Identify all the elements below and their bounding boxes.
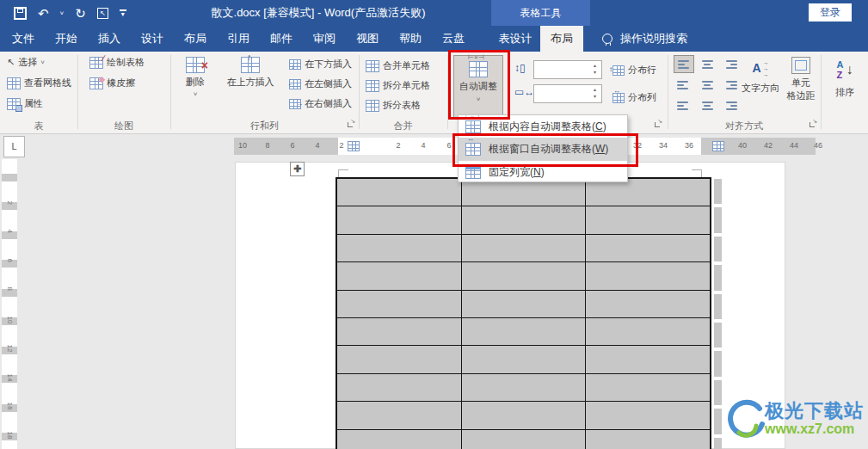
properties-button[interactable]: 属性 [7, 97, 43, 110]
distribute-rows-button[interactable]: ↕ 分布行 [613, 64, 656, 77]
align-top-center-button[interactable] [697, 55, 717, 73]
menu-item-fixed-column-width[interactable]: 固定列宽(N) [459, 161, 627, 183]
table-row[interactable] [337, 235, 710, 262]
text-direction-button[interactable]: A→→→ 文字方向 [740, 57, 781, 95]
undo-chevron-icon[interactable]: ˅ [60, 9, 65, 17]
tab-clouddrive[interactable]: 云盘 [432, 26, 475, 52]
table-cell[interactable] [586, 235, 710, 261]
tab-file[interactable]: 文件 [2, 26, 45, 52]
split-table-button[interactable]: 拆分表格 [366, 99, 421, 112]
table-cell[interactable] [337, 346, 462, 372]
table-cell[interactable] [337, 206, 462, 233]
table-move-handle[interactable]: ✚ [290, 162, 305, 176]
align-top-left-button[interactable] [674, 55, 694, 73]
table-cell[interactable] [337, 318, 462, 345]
ruler-table-marker-icon[interactable] [712, 141, 724, 151]
table-row[interactable] [337, 402, 710, 429]
save-icon[interactable] [14, 7, 27, 20]
eraser-button[interactable]: ◆ 橡皮擦 [89, 77, 135, 89]
vertical-ruler[interactable]: 2 4 6 8 10 12 14 16 18 [2, 159, 17, 449]
tab-mailings[interactable]: 邮件 [260, 26, 303, 52]
insert-right-button[interactable]: → 在右侧插入 [289, 97, 352, 110]
autofit-button[interactable]: ⊢×⊣ 自动调整 ˅ [453, 55, 503, 119]
table-cell[interactable] [337, 374, 462, 401]
align-bottom-left-button[interactable] [674, 96, 694, 114]
table-cell[interactable] [462, 262, 587, 289]
delete-button[interactable]: × 删除 ˅ [176, 57, 214, 98]
align-bottom-center-button[interactable] [697, 96, 717, 114]
table-cell[interactable] [462, 430, 587, 449]
table-cell[interactable] [462, 402, 587, 428]
ruler-table-marker-icon[interactable] [348, 141, 360, 151]
table-row[interactable] [337, 291, 710, 318]
table-row[interactable] [337, 318, 710, 346]
tab-home[interactable]: 开始 [45, 26, 88, 52]
split-cells-button[interactable]: 拆分单元格 [366, 79, 430, 92]
sign-in-button[interactable]: 登录 [809, 3, 852, 22]
select-button[interactable]: ↖ 选择 ˅ [7, 56, 45, 69]
table-cell[interactable] [337, 235, 462, 261]
insert-above-button[interactable]: ↑ 在上方插入 [217, 57, 284, 89]
sort-button[interactable]: AZ↓ 排序 [826, 56, 864, 99]
tab-help[interactable]: 帮助 [389, 26, 432, 52]
view-gridlines-button[interactable]: 查看网格线 [7, 77, 71, 89]
table-row[interactable] [337, 262, 710, 290]
tab-references[interactable]: 引用 [217, 26, 260, 52]
column-width-spinner[interactable]: ▴▾ [533, 84, 602, 103]
menu-item-autofit-contents[interactable]: ⊢×⊣ 根据内容自动调整表格(C) [459, 115, 627, 138]
table-row[interactable] [337, 206, 710, 234]
undo-icon[interactable]: ↶ [38, 7, 49, 20]
table-cell[interactable] [586, 291, 710, 317]
table-cell[interactable] [337, 402, 462, 428]
table-cell[interactable] [462, 346, 587, 372]
table-row[interactable] [337, 374, 710, 402]
table-cell[interactable] [337, 291, 462, 317]
table-cell[interactable] [337, 430, 462, 449]
draw-table-button[interactable]: ∕ 绘制表格 [89, 56, 145, 69]
align-top-right-button[interactable] [720, 55, 741, 73]
spinner-arrows-icon[interactable]: ▴▾ [589, 85, 600, 101]
align-center-right-button[interactable] [720, 76, 741, 94]
horizontal-ruler[interactable]: 10 8 6 4 2 2 4 6 32 34 36 40 42 44 46 [0, 138, 868, 155]
table-cell[interactable] [586, 374, 710, 401]
insert-below-button[interactable]: ↓ 在下方插入 [289, 58, 352, 71]
table-cell[interactable] [462, 235, 587, 261]
customize-qat-icon[interactable]: ▾ [120, 9, 126, 16]
tab-review[interactable]: 审阅 [303, 26, 346, 52]
merge-cells-button[interactable]: 合并单元格 [366, 59, 430, 72]
column-width-input[interactable] [536, 86, 591, 101]
row-height-input[interactable] [536, 62, 591, 77]
redo-icon[interactable]: ↻ [75, 7, 86, 20]
table-cell[interactable] [337, 262, 462, 289]
table-cell[interactable] [586, 346, 710, 372]
document-table[interactable] [336, 177, 711, 449]
table-cell[interactable] [586, 318, 710, 345]
align-bottom-right-button[interactable] [720, 96, 741, 114]
table-cell[interactable] [586, 206, 710, 233]
distribute-columns-button[interactable]: ↔ 分布列 [613, 91, 656, 104]
touch-mode-icon[interactable]: ↖ [97, 8, 108, 19]
table-cell[interactable] [462, 291, 587, 317]
tab-design[interactable]: 设计 [131, 26, 174, 52]
menu-item-autofit-window[interactable]: ↔ 根据窗口自动调整表格(W) [459, 138, 627, 161]
cell-size-dialog-launcher-icon[interactable] [654, 120, 662, 128]
cell-margins-button[interactable]: 单元 格边距 [783, 57, 819, 102]
table-cell[interactable] [462, 374, 587, 401]
alignment-dialog-launcher-icon[interactable] [809, 120, 817, 128]
table-cell[interactable] [586, 430, 710, 449]
tab-view[interactable]: 视图 [346, 26, 389, 52]
tab-layout[interactable]: 布局 [174, 26, 217, 52]
align-center-button[interactable] [697, 76, 717, 94]
spinner-arrows-icon[interactable]: ▴▾ [589, 61, 600, 77]
align-center-left-button[interactable] [674, 76, 694, 94]
rows-columns-dialog-launcher-icon[interactable] [347, 120, 355, 128]
tab-table-design[interactable]: 表设计 [490, 26, 540, 52]
search-label[interactable]: 操作说明搜索 [620, 31, 687, 46]
tell-me-search[interactable]: 操作说明搜索 [602, 26, 687, 52]
tab-insert[interactable]: 插入 [88, 26, 131, 52]
row-height-spinner[interactable]: ▴▾ [533, 60, 602, 79]
insert-left-button[interactable]: ← 在左侧插入 [289, 77, 352, 90]
table-row[interactable] [337, 346, 710, 373]
table-cell[interactable] [462, 318, 587, 345]
table-cell[interactable] [586, 402, 710, 428]
